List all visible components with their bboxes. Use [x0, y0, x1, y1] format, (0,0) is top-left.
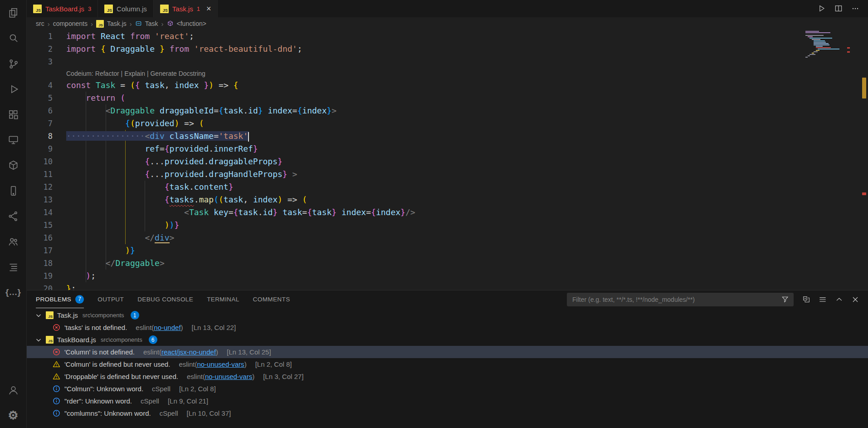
- line-number[interactable]: 17: [27, 244, 66, 257]
- problem-row[interactable]: 'Column' is not defined.eslint(react/jsx…: [27, 346, 868, 358]
- search-icon[interactable]: [0, 25, 26, 51]
- problem-file-row[interactable]: JSTaskBoard.jssrc\components6: [27, 334, 868, 346]
- maximize-panel-icon[interactable]: [834, 295, 844, 304]
- problem-row[interactable]: 'Droppable' is defined but never used.es…: [27, 370, 868, 383]
- line-number[interactable]: 9: [27, 143, 66, 155]
- tab-output[interactable]: OUTPUT: [98, 290, 124, 308]
- mobile-preview-icon[interactable]: [0, 178, 26, 203]
- problem-rule-link[interactable]: no-undef: [154, 324, 180, 331]
- snippets-icon[interactable]: {…}: [0, 280, 26, 305]
- breadcrumb-file[interactable]: Task.js: [107, 20, 127, 27]
- tab-problems[interactable]: PROBLEMS 7: [36, 290, 84, 308]
- chevron-right-icon: ›: [91, 20, 93, 28]
- code-line[interactable]: 16 </div>: [27, 231, 868, 244]
- more-actions-icon[interactable]: [851, 4, 860, 13]
- line-number[interactable]: 13: [27, 193, 66, 206]
- breadcrumb-symbol[interactable]: Task: [145, 20, 158, 27]
- problem-rule-link[interactable]: react/jsx-no-undef: [161, 348, 216, 356]
- code-line[interactable]: 20};: [27, 282, 868, 290]
- warning-icon: [53, 360, 60, 368]
- settings-gear-icon[interactable]: ⚙: [0, 403, 26, 428]
- view-mode-icon[interactable]: [818, 295, 827, 304]
- graph-icon[interactable]: [0, 203, 26, 229]
- line-number[interactable]: 5: [27, 92, 66, 104]
- code-line[interactable]: 5 return (: [27, 92, 868, 104]
- split-editor-icon[interactable]: [834, 4, 843, 13]
- package-icon[interactable]: [0, 153, 26, 178]
- line-number[interactable]: 8: [27, 130, 66, 143]
- tab-column-js[interactable]: JS Column.js: [98, 0, 154, 17]
- code-line[interactable]: 13 {tasks.map((task, index) => (: [27, 193, 868, 206]
- code-line[interactable]: 15 ))}: [27, 219, 868, 231]
- line-number[interactable]: 6: [27, 104, 66, 117]
- codelens-actions[interactable]: Codeium: Refactor | Explain | Generate D…: [27, 68, 868, 79]
- code-line[interactable]: 9 ref={provided.innerRef}: [27, 143, 868, 155]
- line-number[interactable]: 11: [27, 168, 66, 181]
- problem-rule-link[interactable]: no-unused-vars: [197, 360, 244, 368]
- problem-row[interactable]: "Colmun": Unknown word.cSpell[Ln 2, Col …: [27, 383, 868, 395]
- collapse-all-icon[interactable]: [802, 295, 811, 304]
- filter-input[interactable]: [571, 295, 781, 304]
- panel-tab-label: DEBUG CONSOLE: [137, 296, 193, 303]
- chevron-down-icon[interactable]: [35, 336, 42, 344]
- problem-row[interactable]: 'Colmun' is defined but never used.eslin…: [27, 358, 868, 370]
- problem-message: 'Droppable' is defined but never used.: [64, 373, 178, 380]
- code-line[interactable]: 4const Task = ({ task, index }) => {: [27, 79, 868, 92]
- breadcrumb-src[interactable]: src: [36, 20, 44, 27]
- explorer-icon[interactable]: [0, 0, 26, 25]
- extensions-icon[interactable]: [0, 102, 26, 127]
- run-file-icon[interactable]: [817, 4, 826, 13]
- code-line[interactable]: 11 {...provided.dragHandleProps} >: [27, 168, 868, 181]
- filter-icon[interactable]: [781, 295, 790, 304]
- chevron-down-icon[interactable]: [35, 312, 42, 319]
- code-line[interactable]: 10 {...provided.draggableProps}: [27, 155, 868, 168]
- problem-location: [Ln 13, Col 22]: [192, 324, 236, 331]
- tab-terminal[interactable]: TERMINAL: [207, 290, 239, 308]
- remote-explorer-icon[interactable]: [0, 127, 26, 153]
- code-line[interactable]: 2import { Draggable } from 'react-beauti…: [27, 43, 868, 55]
- problem-row[interactable]: "rder": Unknown word.cSpell[Ln 9, Col 21…: [27, 395, 868, 407]
- line-number[interactable]: 1: [27, 30, 66, 43]
- breadcrumb-function[interactable]: <function>: [177, 20, 206, 27]
- problem-row[interactable]: "comlumns": Unknown word.cSpell[Ln 10, C…: [27, 407, 868, 419]
- line-number[interactable]: 20: [27, 282, 66, 290]
- code-line[interactable]: 1import React from 'react';: [27, 30, 868, 43]
- code-line[interactable]: 6 <Draggable draggableId={task.id} index…: [27, 104, 868, 117]
- accounts-icon[interactable]: [0, 229, 26, 254]
- tab-taskboard-js[interactable]: JS TaskBoard.js 3: [27, 0, 98, 17]
- line-number[interactable]: 3: [27, 55, 66, 68]
- tab-comments[interactable]: COMMENTS: [253, 290, 290, 308]
- code-line[interactable]: 12 {task.content}: [27, 181, 868, 193]
- line-number[interactable]: 15: [27, 219, 66, 231]
- tab-task-js[interactable]: JS Task.js 1 ×: [154, 0, 218, 17]
- code-line[interactable]: 14 <Task key={task.id} task={task} index…: [27, 206, 868, 219]
- line-number[interactable]: 12: [27, 181, 66, 193]
- code-line[interactable]: 17 )}: [27, 244, 868, 257]
- problem-file-row[interactable]: JSTask.jssrc\components1: [27, 309, 868, 321]
- code-editor[interactable]: 1import React from 'react';2import { Dra…: [27, 30, 868, 290]
- code-line[interactable]: 7 {(provided) => (: [27, 117, 868, 130]
- line-number[interactable]: 7: [27, 117, 66, 130]
- code-line[interactable]: 3: [27, 55, 868, 68]
- code-line[interactable]: 8················<div className='task': [27, 130, 868, 143]
- line-number[interactable]: 4: [27, 79, 66, 92]
- line-number[interactable]: 2: [27, 43, 66, 55]
- close-tab-icon[interactable]: ×: [206, 5, 211, 13]
- problem-rule-link[interactable]: no-unused-vars: [205, 373, 252, 380]
- problem-row[interactable]: 'tasks' is not defined.eslint(no-undef)[…: [27, 321, 868, 334]
- js-file-icon: JS: [96, 20, 104, 28]
- line-number[interactable]: 18: [27, 257, 66, 270]
- source-control-icon[interactable]: [0, 51, 26, 76]
- line-number[interactable]: 10: [27, 155, 66, 168]
- code-line[interactable]: 18 </Draggable>: [27, 257, 868, 270]
- minimap[interactable]: [805, 31, 850, 58]
- outline-icon[interactable]: [0, 254, 26, 280]
- code-line[interactable]: 19 );: [27, 270, 868, 282]
- close-panel-icon[interactable]: [851, 295, 860, 304]
- run-debug-icon[interactable]: [0, 76, 26, 102]
- account-icon[interactable]: [0, 377, 26, 403]
- line-number[interactable]: 19: [27, 270, 66, 282]
- line-number[interactable]: 14: [27, 206, 66, 219]
- breadcrumb-components[interactable]: components: [53, 20, 88, 27]
- line-number[interactable]: 16: [27, 231, 66, 244]
